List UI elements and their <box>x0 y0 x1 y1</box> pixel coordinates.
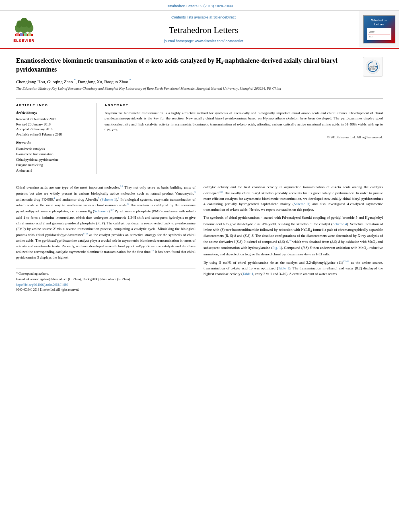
svg-rect-9 <box>20 33 23 36</box>
science-direct-link-text[interactable]: ScienceDirect <box>214 15 236 19</box>
abstract-text: Asymmetric biomimetic transamination is … <box>105 111 383 133</box>
body-paragraph-2: catalytic activity and the best enantios… <box>204 185 383 213</box>
article-title-block: Enantioselective biomimetic transaminati… <box>16 57 359 94</box>
article-header: Enantioselective biomimetic transaminati… <box>16 57 383 94</box>
revised-date: Revised 26 January 2018 <box>16 122 90 127</box>
footnote-doi: https://doi.org/10.1016/j.tetlet.2018.01… <box>16 283 195 288</box>
displays-word: display <box>364 116 374 120</box>
elsevier-logo: ELSEVIER <box>12 15 36 43</box>
info-abstract-section: ARTICLE INFO Article history: Received 2… <box>16 99 383 178</box>
svg-point-6 <box>26 21 32 28</box>
body-paragraph-4: By using 5 mol% of chiral pyridoxamine 4… <box>204 260 383 277</box>
banner-center: Contents lists available at ScienceDirec… <box>48 11 359 48</box>
journal-cover-block: Tetrahedron Letters Vol 59 2018 <box>359 11 399 48</box>
check-for-updates-badge: Check for updates <box>363 57 383 77</box>
journal-banner: ELSEVIER Contents lists available at Sci… <box>0 11 399 49</box>
article-info-heading: ARTICLE INFO <box>16 103 90 107</box>
footnote-corresponding: * Corresponding authors. <box>16 271 195 276</box>
svg-rect-8 <box>16 33 19 36</box>
svg-rect-11 <box>28 33 31 36</box>
footnote-area: * Corresponding authors. E-mail addresse… <box>16 269 195 292</box>
abstract-heading: ABSTRACT <box>105 103 383 107</box>
displays-word-body: displays <box>40 255 52 259</box>
keyword-2: Biomimetic transamination <box>16 152 90 157</box>
check-update-image: Check for updates <box>363 57 383 77</box>
keyword-3: Chiral pyridoxal pyridoxamine <box>16 157 90 163</box>
page: Tetrahedron Letters 59 (2018) 1028–1033 <box>0 0 399 532</box>
body-paragraph-1: Chiral α-amino acids are one type of the… <box>16 185 195 261</box>
abstract-copyright: © 2018 Elsevier Ltd. All rights reserved… <box>105 135 383 140</box>
elsevier-wordmark: ELSEVIER <box>13 38 35 43</box>
journal-title: Tetrahedron Letters <box>56 24 351 37</box>
elsevier-tree-icon <box>12 15 36 37</box>
available-date: Available online 9 February 2018 <box>16 132 90 137</box>
affiliation: The Education Ministry Key Lab of Resour… <box>16 86 359 91</box>
journal-homepage: journal homepage: www.elsevier.com/locat… <box>56 39 351 44</box>
keywords-label: Keywords: <box>16 140 90 145</box>
keyword-1: Biomimetic catalysis <box>16 146 90 152</box>
article-history-label: Article history: <box>16 111 90 115</box>
body-left-column: Chiral α-amino acids are one type of the… <box>16 185 195 292</box>
main-body: Chiral α-amino acids are one type of the… <box>16 185 383 292</box>
svg-text:updates: updates <box>369 68 376 70</box>
footnote-email: E-mail addresses: gqzhao@shnu.edu.cn (G.… <box>16 277 195 282</box>
footnote-issn: 0040-4039/© 2018 Elsevier Ltd. All right… <box>16 288 195 292</box>
body-right-column: catalytic activity and the best enantios… <box>204 185 383 292</box>
accepted-date: Accepted 29 January 2018 <box>16 127 90 132</box>
article-body: Enantioselective biomimetic transaminati… <box>0 49 399 300</box>
abstract-column: ABSTRACT Asymmetric biomimetic transamin… <box>105 103 383 174</box>
svg-rect-10 <box>24 33 27 36</box>
journal-ref: Tetrahedron Letters 59 (2018) 1028–1033 <box>166 4 233 8</box>
article-title: Enantioselective biomimetic transaminati… <box>16 57 359 74</box>
received-date: Received 27 November 2017 <box>16 117 90 122</box>
authors-line: Chengkang Hou, Guoqing Zhao *, Dongfang … <box>16 78 359 85</box>
body-paragraph-3: The synthesis of chiral pyridoxamines 4 … <box>204 215 383 257</box>
svg-text:Vol 59: Vol 59 <box>369 31 374 33</box>
keyword-5: Amino acid <box>16 168 90 174</box>
svg-text:2018: 2018 <box>369 36 373 38</box>
top-header: Tetrahedron Letters 59 (2018) 1028–1033 <box>0 0 399 11</box>
elsevier-logo-block: ELSEVIER <box>0 11 48 48</box>
article-info-column: ARTICLE INFO Article history: Received 2… <box>16 103 97 174</box>
keyword-4: Enzyme mimicking <box>16 162 90 168</box>
svg-point-5 <box>16 21 22 28</box>
journal-cover-image: Tetrahedron Letters Vol 59 2018 <box>363 15 395 43</box>
science-direct-notice: Contents lists available at ScienceDirec… <box>56 15 351 20</box>
